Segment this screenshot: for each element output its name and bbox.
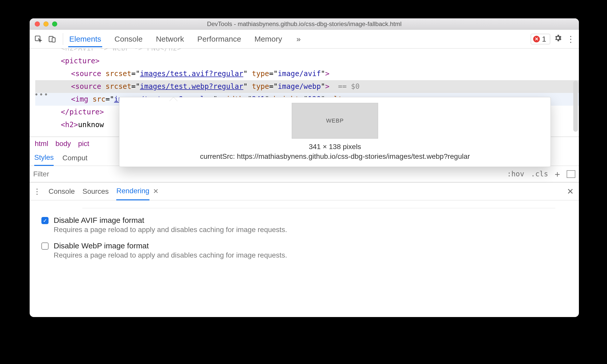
new-style-rule-icon[interactable]: + (555, 169, 560, 179)
image-preview-tooltip: WEBP 341 × 138 pixels currentSrc: https:… (119, 97, 551, 167)
option-title: Disable WebP image format (54, 241, 287, 250)
drawer-tab-console[interactable]: Console (49, 183, 75, 200)
option-disable-avif: ✓ Disable AVIF image format Requires a p… (41, 216, 567, 234)
tab-computed[interactable]: Comput (62, 150, 87, 166)
devtools-window: DevTools - mathiasbynens.github.io/css-d… (30, 18, 579, 317)
option-disable-webp: Disable WebP image format Requires a pag… (41, 241, 567, 259)
error-icon: ✕ (533, 36, 540, 42)
breadcrumb-body[interactable]: body (55, 140, 71, 148)
dom-source-avif[interactable]: <source srcset="images/test.avif?regular… (35, 67, 579, 80)
tab-network[interactable]: Network (155, 31, 185, 47)
drawer: ⋮ Console Sources Rendering ✕ ✕ ✓ Disabl… (30, 182, 579, 275)
preview-thumbnail: WEBP (292, 103, 378, 139)
styles-filter-row: :hov .cls + (30, 166, 579, 182)
inspect-element-icon[interactable] (33, 33, 44, 45)
option-desc: Requires a page reload to apply and disa… (54, 226, 287, 234)
checkbox-disable-webp[interactable] (41, 242, 49, 250)
cls-toggle[interactable]: .cls (531, 170, 548, 178)
hov-toggle[interactable]: :hov (507, 170, 524, 178)
dom-picture-open[interactable]: <picture> (35, 55, 579, 67)
drawer-tab-sources[interactable]: Sources (83, 183, 109, 200)
tab-memory[interactable]: Memory (253, 31, 283, 47)
tab-performance[interactable]: Performance (196, 31, 242, 47)
close-drawer-icon[interactable]: ✕ (567, 187, 574, 196)
panel-tabs: Elements Console Network Performance Mem… (68, 31, 303, 47)
preview-dimensions: 341 × 138 pixels (127, 143, 543, 151)
checkbox-disable-avif[interactable]: ✓ (41, 217, 49, 224)
option-title: Disable AVIF image format (54, 216, 287, 225)
close-tab-icon[interactable]: ✕ (153, 187, 159, 195)
breadcrumb-html[interactable]: html (35, 140, 48, 148)
divider (82, 208, 555, 208)
preview-currentsrc: currentSrc: https://mathiasbynens.github… (127, 152, 543, 161)
separator (63, 33, 63, 45)
rendering-panel: ✓ Disable AVIF image format Requires a p… (30, 200, 579, 275)
error-badge[interactable]: ✕ 1 (531, 34, 550, 44)
tab-styles[interactable]: Styles (34, 150, 54, 166)
collapse-dots-icon[interactable]: ••• (34, 88, 49, 101)
tab-console[interactable]: Console (113, 31, 144, 47)
drawer-menu-icon[interactable]: ⋮ (33, 187, 41, 196)
titlebar: DevTools - mathiasbynens.github.io/css-d… (30, 18, 579, 30)
styles-filter-input[interactable] (33, 170, 507, 178)
drawer-tabs: ⋮ Console Sources Rendering ✕ ✕ (30, 183, 579, 200)
toggle-panel-icon[interactable] (567, 170, 575, 178)
settings-gear-icon[interactable] (553, 34, 563, 44)
svg-rect-2 (52, 38, 55, 42)
tab-elements[interactable]: Elements (68, 32, 102, 47)
option-desc: Requires a page reload to apply and disa… (54, 251, 287, 259)
tabs-overflow-icon[interactable]: » (294, 35, 303, 43)
error-count: 1 (542, 35, 546, 43)
drawer-tab-rendering[interactable]: Rendering (116, 183, 149, 200)
breadcrumb-picture[interactable]: pict (78, 140, 89, 148)
dom-source-webp-selected[interactable]: <source srcset="images/test.webp?regular… (35, 80, 579, 93)
window-title: DevTools - mathiasbynens.github.io/css-d… (30, 20, 579, 28)
main-toolbar: Elements Console Network Performance Mem… (30, 30, 579, 48)
device-toolbar-icon[interactable] (46, 33, 58, 45)
more-menu-icon[interactable]: ⋮ (566, 34, 576, 44)
scrollbar[interactable] (573, 81, 578, 132)
dom-line-cut[interactable]: <h2>AVIF -> WebP -> PNG</h2> (35, 48, 579, 55)
